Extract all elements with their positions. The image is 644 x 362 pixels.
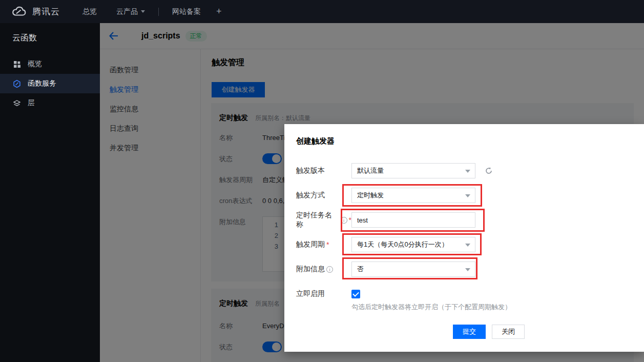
- create-trigger-modal: 创建触发器 触发版本 默认流量 触发方式 定时: [284, 124, 644, 352]
- sidebar-item-function-service[interactable]: 函数服务: [0, 74, 100, 93]
- modal-title: 创建触发器: [296, 136, 335, 146]
- field-label-extra-info: 附加信息: [296, 265, 351, 274]
- trigger-version-select[interactable]: 默认流量: [351, 163, 475, 178]
- info-icon: [326, 266, 333, 273]
- nav-cloud-products[interactable]: 云产品: [116, 7, 145, 16]
- brand-name: 腾讯云: [32, 6, 60, 17]
- top-nav: 总览 云产品 网站备案 +: [82, 6, 222, 17]
- extra-info-select[interactable]: 否: [351, 262, 475, 277]
- select-value: 每1天（每天0点0分执行一次）: [357, 240, 448, 249]
- required-asterisk: *: [326, 240, 329, 249]
- function-service-icon: [13, 79, 21, 88]
- field-label-task-name: 定时任务名称*: [296, 211, 351, 229]
- chevron-down-icon: [141, 10, 145, 13]
- refresh-icon[interactable]: [485, 167, 493, 175]
- add-tab-button[interactable]: +: [216, 6, 222, 17]
- select-value: 定时触发: [357, 191, 384, 200]
- grid-icon: [13, 60, 21, 68]
- chevron-down-icon: [465, 194, 470, 197]
- nav-overview[interactable]: 总览: [82, 7, 97, 16]
- field-label-trigger-method: 触发方式: [296, 191, 351, 200]
- select-value: 否: [357, 265, 364, 274]
- field-label-enable-now: 立即启用: [296, 289, 351, 298]
- field-label-trigger-cycle: 触发周期*: [296, 240, 351, 249]
- product-sidebar: 云函数 概览 函数服务 层: [0, 23, 100, 362]
- field-label-trigger-version: 触发版本: [296, 166, 351, 175]
- task-name-input[interactable]: [357, 216, 460, 224]
- top-bar: 腾讯云 总览 云产品 网站备案 +: [0, 0, 644, 23]
- sidebar-item-label: 概览: [28, 59, 42, 69]
- sidebar-item-label: 函数服务: [28, 79, 56, 88]
- sidebar-item-layers[interactable]: 层: [0, 93, 100, 113]
- trigger-method-select[interactable]: 定时触发: [351, 188, 475, 203]
- nav-divider: [158, 8, 159, 16]
- enable-now-checkbox[interactable]: [351, 290, 360, 298]
- enable-now-helper: 勾选后定时触发器将立即开启（于下个配置周期触发）: [351, 303, 511, 312]
- trigger-cycle-select[interactable]: 每1天（每天0点0分执行一次）: [351, 237, 475, 252]
- main-region: jd_scripts 正常 函数管理 触发管理 监控信息 日志查询 并发管理 触…: [100, 23, 644, 362]
- tencent-cloud-console: 腾讯云 总览 云产品 网站备案 + 云函数 概览 函数服务: [0, 0, 644, 362]
- chevron-down-icon: [465, 170, 470, 173]
- sidebar-item-overview[interactable]: 概览: [0, 54, 100, 74]
- sidebar-item-label: 层: [28, 98, 35, 108]
- info-icon: [341, 217, 347, 224]
- layers-icon: [13, 99, 21, 107]
- task-name-input-wrap: [351, 212, 475, 228]
- product-title: 云函数: [0, 23, 100, 54]
- tencent-cloud-logo-icon: [10, 6, 27, 18]
- nav-website-filing[interactable]: 网站备案: [172, 7, 201, 16]
- submit-button[interactable]: 提交: [453, 325, 486, 339]
- close-button[interactable]: 关闭: [492, 325, 525, 339]
- chevron-down-icon: [465, 244, 470, 247]
- brand[interactable]: 腾讯云: [0, 6, 60, 18]
- select-value: 默认流量: [357, 166, 384, 175]
- chevron-down-icon: [465, 268, 470, 271]
